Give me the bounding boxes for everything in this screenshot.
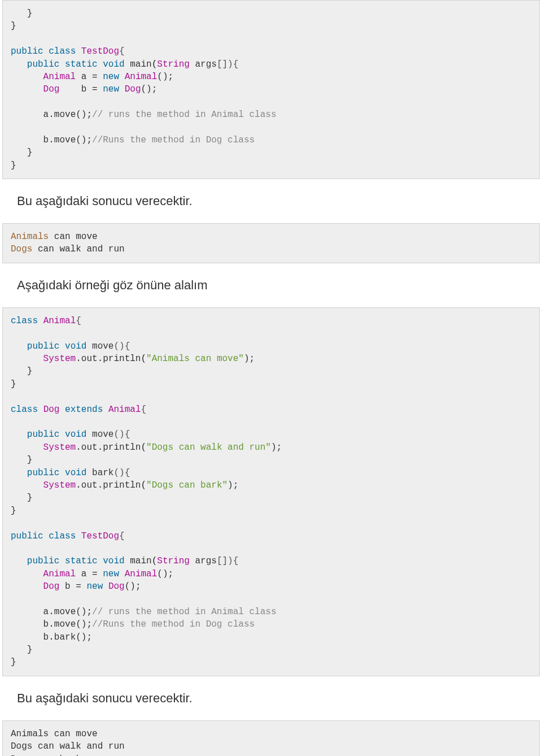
parens: (); bbox=[157, 569, 173, 579]
var-a-ref: a bbox=[11, 110, 49, 120]
open-paren: ( bbox=[141, 354, 146, 364]
method-println: println bbox=[103, 480, 141, 490]
close-brace: } bbox=[11, 366, 32, 376]
brace: { bbox=[76, 316, 81, 326]
output-line: Animals can move bbox=[11, 729, 98, 739]
string-literal: "Animals can move" bbox=[146, 354, 244, 364]
comment: // runs the method in Animal class bbox=[92, 607, 276, 617]
close-brace: } bbox=[11, 657, 16, 667]
output-text: can move bbox=[49, 232, 97, 242]
output-block-1: Animals can move Dogs can walk and run bbox=[2, 223, 540, 263]
method-move: move bbox=[86, 341, 113, 351]
keyword-class: class bbox=[49, 46, 76, 57]
brace: { bbox=[141, 405, 146, 415]
var-a-ref: a bbox=[11, 607, 49, 617]
method-call-move: .move(); bbox=[49, 619, 92, 629]
param-args: args bbox=[190, 59, 217, 69]
keyword-void: void bbox=[103, 59, 124, 69]
equals: = bbox=[92, 569, 98, 579]
output-word: Animals bbox=[11, 232, 49, 242]
type-dog: Dog bbox=[43, 84, 60, 94]
code-line: } bbox=[11, 21, 16, 31]
method-call-bark: .bark(); bbox=[49, 632, 92, 642]
var-b-ref: b bbox=[11, 632, 49, 642]
type-dog: Dog bbox=[108, 581, 125, 592]
parens-brace: (){ bbox=[113, 429, 130, 440]
keyword-new: new bbox=[103, 84, 119, 94]
keyword-public: public bbox=[11, 46, 43, 57]
keyword-public: public bbox=[27, 59, 60, 69]
brackets: []){ bbox=[217, 556, 238, 566]
comment: //Runs the method in Dog class bbox=[92, 619, 255, 629]
method-call-move: .move(); bbox=[49, 607, 92, 617]
code-line: } bbox=[11, 8, 32, 19]
keyword-void: void bbox=[65, 468, 86, 478]
close-brace: } bbox=[11, 455, 32, 465]
keyword-extends: extends bbox=[65, 405, 103, 415]
close-brace: } bbox=[11, 645, 32, 655]
output-line: Dogs can bark bbox=[11, 754, 81, 756]
code-block-2: class Animal{ public void move(){ System… bbox=[2, 307, 540, 676]
method-call-move: .move(); bbox=[49, 110, 92, 120]
var-b: b bbox=[59, 581, 76, 592]
method-move: move bbox=[86, 429, 113, 440]
keyword-static: static bbox=[65, 59, 98, 69]
close-brace: } bbox=[11, 506, 16, 516]
dot-out: .out. bbox=[76, 480, 103, 490]
classname-animal: Animal bbox=[108, 405, 141, 415]
output-line: Dogs can walk and run bbox=[11, 741, 125, 751]
close-brace: } bbox=[11, 147, 32, 158]
open-paren: ( bbox=[141, 480, 146, 490]
keyword-static: static bbox=[65, 556, 98, 566]
output-word: Dogs bbox=[11, 244, 32, 254]
close-paren: ); bbox=[271, 442, 282, 453]
parens-brace: (){ bbox=[113, 468, 130, 478]
keyword-void: void bbox=[103, 556, 124, 566]
parens: (); bbox=[157, 72, 173, 82]
paragraph-result-intro: Bu aşağıdaki sonucu verecektir. bbox=[0, 179, 542, 223]
var-a: a bbox=[76, 569, 92, 579]
classname-animal: Animal bbox=[43, 316, 76, 326]
output-block-2: Animals can move Dogs can walk and run D… bbox=[2, 720, 540, 756]
keyword-public: public bbox=[27, 429, 60, 440]
parens: (); bbox=[141, 84, 157, 94]
param-args: args bbox=[190, 556, 217, 566]
paragraph-result-intro-2: Bu aşağıdaki sonucu verecektir. bbox=[0, 676, 542, 720]
method-println: println bbox=[103, 442, 141, 453]
parens-brace: (){ bbox=[113, 341, 130, 351]
equals: = bbox=[76, 581, 81, 592]
type-animal: Animal bbox=[43, 72, 76, 82]
comment: // runs the method in Animal class bbox=[92, 110, 276, 120]
keyword-public: public bbox=[27, 468, 60, 478]
keyword-new: new bbox=[103, 72, 119, 82]
close-brace: } bbox=[11, 379, 16, 389]
brackets: []){ bbox=[217, 59, 238, 69]
var-b-ref: b bbox=[11, 135, 49, 145]
keyword-new: new bbox=[103, 569, 119, 579]
code-block-1: } } public class TestDog{ public static … bbox=[2, 0, 540, 179]
brace: { bbox=[119, 531, 125, 541]
string-literal: "Dogs can bark" bbox=[146, 480, 228, 490]
classname-testdog: TestDog bbox=[81, 46, 119, 57]
method-main: main bbox=[125, 556, 152, 566]
dot-out: .out. bbox=[76, 442, 103, 453]
var-a: a bbox=[76, 72, 92, 82]
type-string: String bbox=[157, 556, 190, 566]
type-dog: Dog bbox=[125, 84, 141, 94]
dot-out: .out. bbox=[76, 354, 103, 364]
close-brace: } bbox=[11, 493, 32, 503]
keyword-public: public bbox=[27, 341, 60, 351]
method-println: println bbox=[103, 354, 141, 364]
method-main: main bbox=[125, 59, 152, 69]
keyword-public: public bbox=[27, 556, 60, 566]
type-system: System bbox=[43, 354, 76, 364]
keyword-public: public bbox=[11, 531, 43, 541]
output-text: can walk and run bbox=[32, 244, 124, 254]
parens: (); bbox=[125, 581, 141, 592]
classname-dog: Dog bbox=[43, 405, 60, 415]
string-literal: "Dogs can walk and run" bbox=[146, 442, 271, 453]
close-paren: ); bbox=[228, 480, 238, 490]
type-dog: Dog bbox=[43, 581, 60, 592]
type-system: System bbox=[43, 442, 76, 453]
method-bark: bark bbox=[86, 468, 113, 478]
